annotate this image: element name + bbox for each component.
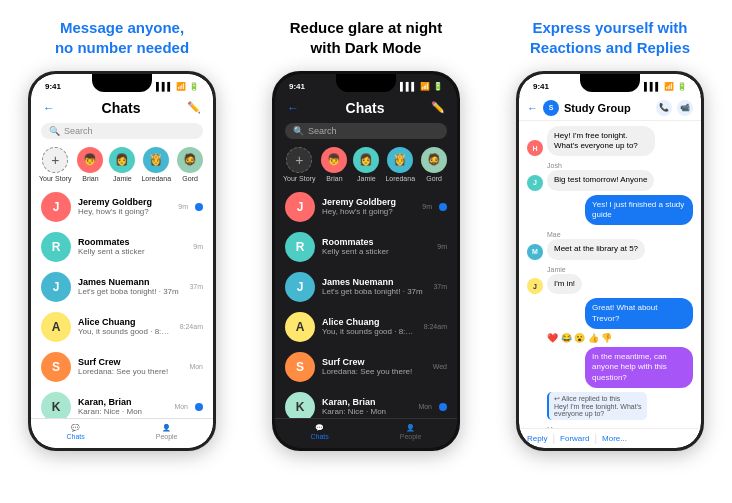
chat-time: 37m <box>189 283 203 290</box>
story-loredana[interactable]: 👸 Loredana <box>141 147 171 182</box>
chat-avatar: K <box>41 392 71 418</box>
messages-area: H Hey! I'm free tonight. What's everyone… <box>519 121 701 428</box>
story-brian-dark[interactable]: 👦 Brian <box>321 147 347 182</box>
story-gord-dark[interactable]: 🧔 Gord <box>421 147 447 182</box>
search-placeholder-light: Search <box>64 126 93 136</box>
chat-avatar-dark: A <box>285 312 315 342</box>
signal-icon: ▌▌▌ <box>156 82 173 91</box>
chat-time: 8:24am <box>180 323 203 330</box>
chat-avatar-dark: J <box>285 272 315 302</box>
story-add-btn-dark[interactable]: + <box>286 147 312 173</box>
chat-msg: Let's get boba tonight! · 37m <box>78 287 182 296</box>
chat-item-dark[interactable]: A Alice Chuang You, it sounds good · 8:2… <box>275 307 457 347</box>
story-loredana-label: Loredana <box>141 175 171 182</box>
chat-name-dark: Alice Chuang <box>322 317 417 327</box>
story-gord[interactable]: 🧔 Gord <box>177 147 203 182</box>
chat-name-dark: James Nuemann <box>322 277 426 287</box>
msg-row: Great! What about Trevor? <box>527 298 693 329</box>
story-jamie-dark[interactable]: 👩 Jamie <box>353 147 379 182</box>
msg-row: J I'm in! <box>527 274 693 294</box>
panel-reactions: Express yourself withReactions and Repli… <box>488 0 732 503</box>
tab-people-dark[interactable]: 👤 People <box>400 424 422 440</box>
chat-avatar: J <box>41 192 71 222</box>
back-icon-chat[interactable]: ← <box>527 102 538 114</box>
chat-time-dark: 9m <box>437 243 447 250</box>
unread-dot <box>195 403 203 411</box>
chat-item-dark[interactable]: J Jeremy Goldberg Hey, how's it going? 9… <box>275 187 457 227</box>
chat-item-dark[interactable]: J James Nuemann Let's get boba tonight! … <box>275 267 457 307</box>
msg-row: J Big test tomorrow! Anyone <box>527 170 693 190</box>
story-add-btn[interactable]: + <box>42 147 68 173</box>
chat-name: Surf Crew <box>78 357 182 367</box>
search-placeholder-dark: Search <box>308 126 337 136</box>
chat-item[interactable]: R Roommates Kelly sent a sticker 9m <box>31 227 213 267</box>
forward-action[interactable]: Forward <box>560 434 589 443</box>
chat-avatar-dark: J <box>285 192 315 222</box>
tab-bar-light: 💬 Chats 👤 People <box>31 418 213 448</box>
tab-people-label-dark: People <box>400 433 422 440</box>
story-gord-avatar: 🧔 <box>177 147 203 173</box>
msg-avatar: J <box>527 278 543 294</box>
story-brian-avatar-dark: 👦 <box>321 147 347 173</box>
story-gord-label-dark: Gord <box>426 175 442 182</box>
battery-icon-dark: 🔋 <box>433 82 443 91</box>
chat-avatar: S <box>41 352 71 382</box>
panel-light: Message anyone,no number needed 9:41 ▌▌▌… <box>0 0 244 503</box>
chat-time: 9m <box>178 203 188 210</box>
chat-msg-dark: Loredana: See you there! <box>322 367 426 376</box>
tab-people-light[interactable]: 👤 People <box>156 424 178 440</box>
battery-icon-chat: 🔋 <box>677 82 687 91</box>
story-jamie[interactable]: 👩 Jamie <box>109 147 135 182</box>
chat-msg: Kelly sent a sticker <box>78 247 186 256</box>
signal-icon-chat: ▌▌▌ <box>644 82 661 91</box>
msg-bubble: Big test tomorrow! Anyone <box>547 170 654 190</box>
unread-dot-dark <box>439 403 447 411</box>
story-brian[interactable]: 👦 Brian <box>77 147 103 182</box>
more-action[interactable]: More... <box>602 434 627 443</box>
chat-item[interactable]: S Surf Crew Loredana: See you there! Mon <box>31 347 213 387</box>
search-bar-dark[interactable]: 🔍 Search <box>285 123 447 139</box>
chat-item[interactable]: J James Nuemann Let's get boba tonight! … <box>31 267 213 307</box>
compose-icon-light[interactable]: ✏️ <box>187 101 201 114</box>
chat-info: Jeremy Goldberg Hey, how's it going? <box>78 197 171 216</box>
chat-item-dark[interactable]: K Karan, Brian Karan: Nice · Mon Mon <box>275 387 457 418</box>
search-bar-light[interactable]: 🔍 Search <box>41 123 203 139</box>
compose-icon-dark[interactable]: ✏️ <box>431 101 445 114</box>
chat-avatar-dark: K <box>285 392 315 418</box>
chat-item-dark[interactable]: S Surf Crew Loredana: See you there! Wed <box>275 347 457 387</box>
stories-row-dark: + Your Story 👦 Brian 👩 Jamie 👸 Loredana <box>275 142 457 187</box>
story-add[interactable]: + Your Story <box>39 147 71 182</box>
tab-chats-light[interactable]: 💬 Chats <box>66 424 84 440</box>
chat-time-dark: Wed <box>433 363 447 370</box>
story-gord-avatar-dark: 🧔 <box>421 147 447 173</box>
story-loredana-avatar-dark: 👸 <box>387 147 413 173</box>
reply-action[interactable]: Reply <box>527 434 547 443</box>
chat-avatar-dark: R <box>285 232 315 262</box>
phone-call-icon[interactable]: 📞 <box>656 100 672 116</box>
chat-item[interactable]: K Karan, Brian Karan: Nice · Mon Mon <box>31 387 213 418</box>
story-jamie-avatar: 👩 <box>109 147 135 173</box>
tab-chats-dark[interactable]: 💬 Chats <box>310 424 328 440</box>
chat-info: Surf Crew Loredana: See you there! <box>78 357 182 376</box>
msg-row: In the meantime, can anyone help with th… <box>527 347 693 388</box>
chat-list-light: J Jeremy Goldberg Hey, how's it going? 9… <box>31 187 213 418</box>
msg-avatar: H <box>527 140 543 156</box>
video-call-icon[interactable]: 📹 <box>677 100 693 116</box>
header-title-dark: Chats <box>346 100 385 116</box>
chat-name-dark: Jeremy Goldberg <box>322 197 415 207</box>
chat-item[interactable]: A Alice Chuang You, it sounds good · 8:2… <box>31 307 213 347</box>
story-loredana-label-dark: Loredana <box>385 175 415 182</box>
story-loredana-dark[interactable]: 👸 Loredana <box>385 147 415 182</box>
msg-group: Jamie J I'm in! <box>527 266 693 294</box>
chat-time-dark: 37m <box>433 283 447 290</box>
reaction-row: ❤️ 😂 😮 👍 👎 <box>547 333 693 343</box>
story-add-dark[interactable]: + Your Story <box>283 147 315 182</box>
chat-item-dark[interactable]: R Roommates Kelly sent a sticker 9m <box>275 227 457 267</box>
tab-chats-label-light: Chats <box>66 433 84 440</box>
phone-light: 9:41 ▌▌▌ 📶 🔋 ← Chats ✏️ 🔍 Search <box>28 71 216 451</box>
input-bar: Reply | Forward | More... <box>519 428 701 448</box>
app-header-light: ← Chats ✏️ <box>31 96 213 120</box>
chat-item[interactable]: J Jeremy Goldberg Hey, how's it going? 9… <box>31 187 213 227</box>
chat-msg-dark: Kelly sent a sticker <box>322 247 430 256</box>
back-icon-dark: ← <box>287 101 299 115</box>
